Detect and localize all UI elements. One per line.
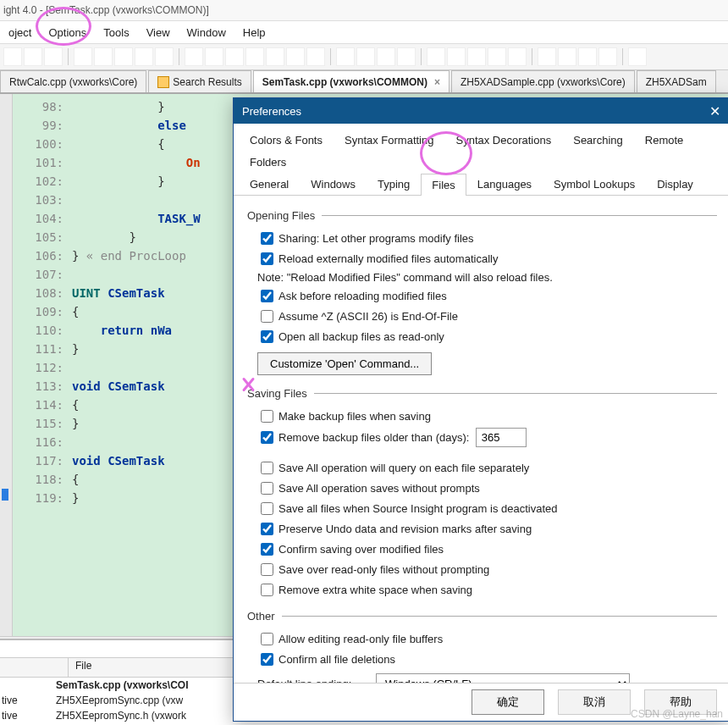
opt-over-readonly[interactable]: Save over read-only files without prompt… [257, 561, 717, 578]
toolbar-button[interactable] [508, 47, 527, 66]
opt-confirm-modified[interactable]: Confirm saving over modified files [257, 540, 717, 558]
checkbox[interactable] [261, 310, 273, 323]
toolbar-button[interactable] [356, 47, 375, 66]
tab-searching[interactable]: Searching [562, 129, 634, 151]
toolbar-button[interactable] [94, 47, 113, 66]
toolbar-button[interactable] [185, 47, 203, 66]
toolbar-button[interactable] [558, 47, 576, 66]
toolbar-button[interactable] [306, 47, 325, 66]
tab-syntax-formatting[interactable]: Syntax Formatting [334, 129, 445, 151]
checkbox[interactable] [261, 523, 273, 535]
column-header[interactable] [0, 658, 69, 677]
toolbar-button[interactable] [44, 47, 63, 66]
checkbox[interactable] [261, 290, 273, 302]
tab-folders[interactable]: Folders [239, 151, 297, 173]
checkbox[interactable] [261, 232, 273, 245]
opt-sharing[interactable]: Sharing: Let other programs modify files [257, 230, 717, 247]
toolbar-button[interactable] [427, 47, 445, 66]
menu-help[interactable]: Help [234, 25, 274, 41]
menu-options[interactable]: Options [40, 25, 95, 41]
checkbox[interactable] [261, 543, 273, 556]
opt-edit-readonly[interactable]: Allow editing read-only file buffers [257, 630, 717, 648]
toolbar-button[interactable] [467, 47, 486, 66]
opt-trim-whitespace[interactable]: Remove extra white space when saving [257, 581, 717, 599]
toolbar-button[interactable] [377, 47, 395, 66]
toolbar-button[interactable] [3, 47, 22, 66]
customize-open-button[interactable]: Customize 'Open' Command... [257, 352, 432, 375]
label: Remove backup files older than (days): [279, 431, 469, 444]
file-tab-bar: RtwCalc.cpp (vxworks\Core) Search Result… [0, 70, 728, 94]
checkbox[interactable] [261, 462, 273, 474]
file-tab[interactable]: ZH5XADSam [637, 70, 716, 92]
dialog-title-bar[interactable]: Preferences ✕ [234, 98, 728, 124]
tab-symbol-lookups[interactable]: Symbol Lookups [543, 173, 646, 195]
tab-general[interactable]: General [239, 173, 300, 195]
toolbar-button[interactable] [74, 47, 92, 66]
menu-project[interactable]: oject [0, 25, 40, 41]
opt-confirm-deletions[interactable]: Confirm all file deletions [257, 650, 717, 668]
toolbar-button[interactable] [135, 47, 153, 66]
watermark: CSDN @Layne_han [631, 708, 723, 720]
file-tab-active[interactable]: SemTask.cpp (vxworks\COMMON)× [253, 70, 449, 92]
opt-make-backup[interactable]: Make backup files when saving [257, 407, 717, 425]
checkbox[interactable] [261, 653, 273, 666]
menu-view[interactable]: View [138, 25, 179, 41]
opt-eof[interactable]: Assume ^Z (ASCII 26) is End-Of-File [257, 307, 717, 325]
opt-save-deactivated[interactable]: Save all files when Source Insight progr… [257, 500, 717, 517]
menu-bar: oject Options Tools View Window Help [0, 21, 728, 44]
checkbox[interactable] [261, 252, 273, 265]
checkbox[interactable] [261, 563, 273, 576]
file-tab[interactable]: RtwCalc.cpp (vxworks\Core) [0, 70, 146, 92]
label: Confirm all file deletions [279, 653, 395, 666]
opt-remove-backup[interactable]: Remove backup files older than (days): [257, 428, 717, 447]
tab-windows[interactable]: Windows [300, 173, 367, 195]
toolbar-button[interactable] [397, 47, 416, 66]
tab-typing[interactable]: Typing [367, 173, 421, 195]
toolbar-button[interactable] [336, 47, 355, 66]
ok-button[interactable]: 确定 [472, 689, 544, 715]
toolbar-button[interactable] [245, 47, 264, 66]
tab-languages[interactable]: Languages [466, 173, 543, 195]
toolbar-button[interactable] [578, 47, 597, 66]
tab-syntax-decorations[interactable]: Syntax Decorations [444, 129, 562, 151]
line-ending-select[interactable]: Windows (CR/LF) [376, 673, 630, 683]
toolbar-button[interactable] [225, 47, 244, 66]
tab-display[interactable]: Display [646, 173, 704, 195]
toolbar-button[interactable] [538, 47, 556, 66]
toolbar-button[interactable] [155, 47, 174, 66]
toolbar-button[interactable] [205, 47, 223, 66]
file-tab[interactable]: ZH5XADSample.cpp (vxworks\Core) [451, 70, 635, 92]
opt-ask-reload[interactable]: Ask before reloading modified files [257, 287, 717, 305]
toolbar-button[interactable] [628, 47, 647, 66]
toolbar-button[interactable] [286, 47, 305, 66]
close-icon[interactable]: ✕ [709, 103, 720, 119]
menu-tools[interactable]: Tools [95, 25, 137, 41]
checkbox[interactable] [261, 482, 273, 495]
checkbox[interactable] [261, 431, 273, 444]
file-tab-search[interactable]: Search Results [148, 70, 251, 92]
toolbar-button[interactable] [488, 47, 506, 66]
opt-saveall-query[interactable]: Save All operation will query on each fi… [257, 459, 717, 477]
opt-saveall-noprompt[interactable]: Save All operation saves without prompts [257, 479, 717, 497]
opt-backup-readonly[interactable]: Open all backup files as read-only [257, 328, 717, 346]
tab-files[interactable]: Files [421, 174, 466, 196]
tab-remote[interactable]: Remote [634, 129, 695, 151]
opt-reload-auto[interactable]: Reload externally modified files automat… [257, 250, 717, 268]
days-input[interactable] [476, 428, 527, 447]
checkbox[interactable] [261, 330, 273, 343]
toolbar-button[interactable] [447, 47, 466, 66]
toolbar-button[interactable] [24, 47, 42, 66]
checkbox[interactable] [261, 410, 273, 423]
checkbox[interactable] [261, 502, 273, 515]
toolbar-button[interactable] [114, 47, 133, 66]
checkbox[interactable] [261, 633, 273, 645]
checkbox[interactable] [261, 584, 273, 596]
close-icon[interactable]: × [434, 76, 440, 88]
label: Sharing: Let other programs modify files [279, 232, 474, 245]
toolbar-button[interactable] [266, 47, 284, 66]
toolbar-button[interactable] [598, 47, 617, 66]
tab-colors-fonts[interactable]: Colors & Fonts [239, 129, 334, 151]
cancel-button[interactable]: 取消 [558, 689, 631, 715]
opt-preserve-undo[interactable]: Preserve Undo data and revision marks af… [257, 520, 717, 538]
menu-window[interactable]: Window [179, 25, 234, 41]
